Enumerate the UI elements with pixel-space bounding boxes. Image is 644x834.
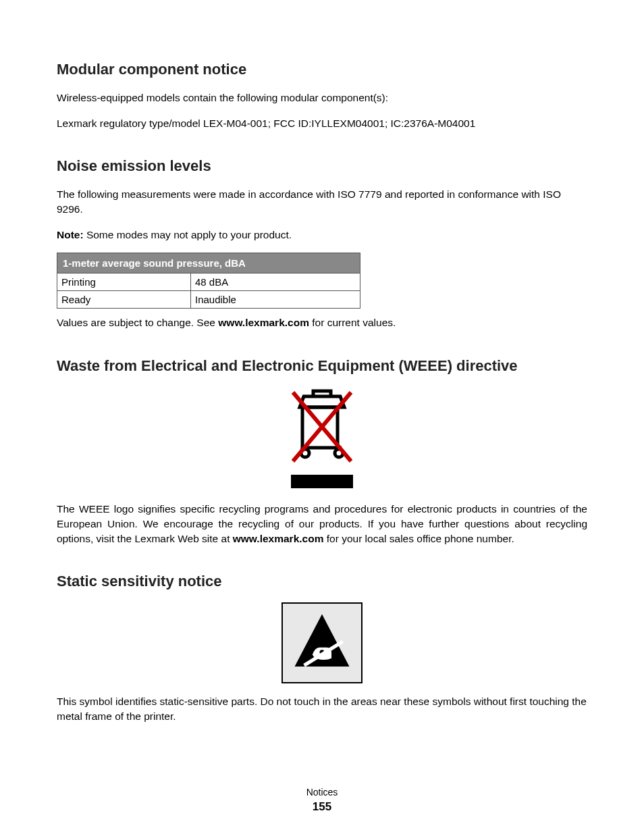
table-cell-value: 48 dBA (191, 273, 360, 291)
weee-bin-icon (285, 387, 359, 468)
esd-icon-wrap (57, 602, 587, 683)
heading-static: Static sensitivity notice (57, 573, 587, 590)
text-pre: Values are subject to change. See (57, 317, 218, 328)
note-text: Some modes may not apply to your product… (84, 229, 292, 240)
table-header-row: 1-meter average sound pressure, dBA (57, 253, 360, 273)
table-header-cell: 1-meter average sound pressure, dBA (57, 253, 360, 273)
paragraph: Wireless-equipped models contain the fol… (57, 90, 587, 105)
esd-triangle-icon (292, 612, 352, 671)
note-label: Note: (57, 229, 84, 240)
text-post: for current values. (309, 317, 396, 328)
footer-label: Notices (0, 787, 644, 798)
paragraph: Lexmark regulatory type/model LEX-M04-00… (57, 116, 587, 131)
paragraph: The following measurements were made in … (57, 187, 587, 216)
table-row: Ready Inaudible (57, 291, 360, 309)
weee-bar-icon (291, 475, 353, 488)
section-modular-component: Modular component notice Wireless-equipp… (57, 61, 587, 130)
noise-table: 1-meter average sound pressure, dBA Prin… (57, 253, 360, 309)
after-table-text: Values are subject to change. See www.le… (57, 315, 587, 330)
link-text: www.lexmark.com (218, 317, 309, 328)
heading-weee: Waste from Electrical and Electronic Equ… (57, 357, 587, 375)
section-weee: Waste from Electrical and Electronic Equ… (57, 357, 587, 546)
note-line: Note: Some modes may not apply to your p… (57, 228, 587, 242)
link-text: www.lexmark.com (233, 533, 324, 544)
heading-noise: Noise emission levels (57, 157, 587, 175)
section-noise-emission: Noise emission levels The following meas… (57, 157, 587, 330)
table-row: Printing 48 dBA (57, 273, 360, 291)
weee-paragraph: The WEEE logo signifies specific recycli… (57, 502, 587, 546)
text-post: for your local sales office phone number… (323, 533, 514, 544)
table-cell-label: Printing (57, 273, 191, 291)
static-paragraph: This symbol identifies static-sensitive … (57, 694, 587, 723)
weee-icon-wrap (57, 387, 587, 491)
page-footer: Notices 155 (0, 787, 644, 814)
table-cell-label: Ready (57, 291, 191, 309)
heading-modular: Modular component notice (57, 61, 587, 78)
esd-box (281, 602, 363, 683)
table-cell-value: Inaudible (191, 291, 360, 309)
footer-page-number: 155 (0, 800, 644, 814)
section-static-sensitivity: Static sensitivity notice This symbol id… (57, 573, 587, 723)
